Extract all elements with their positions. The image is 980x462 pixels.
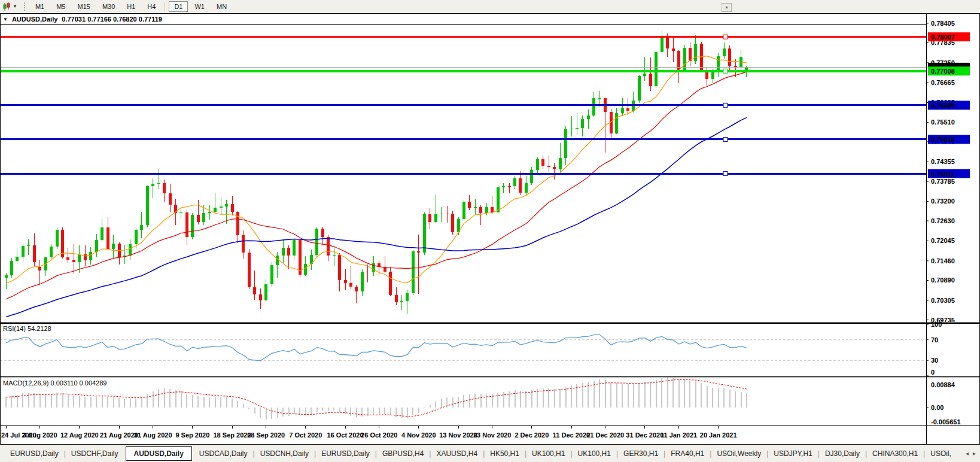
timeframe-button-h4[interactable]: H4 — [142, 1, 161, 12]
bear-candle — [242, 235, 245, 253]
scroll-up-button[interactable]: ▲ — [722, 3, 732, 12]
level-price-label-text: 0.74011 — [931, 171, 954, 178]
price-axis-tick: 0.73785 — [931, 178, 955, 185]
line-drag-handle[interactable] — [723, 137, 728, 141]
date-axis-label: 13 Nov 2020 — [439, 431, 477, 439]
bull-candle — [525, 183, 528, 193]
chart-type-button[interactable]: ▼ — [0, 1, 20, 13]
bull-candle — [474, 207, 477, 208]
chart-tab-usdcad-daily[interactable]: USDCAD,Daily — [194, 448, 253, 460]
bull-candle — [112, 244, 115, 250]
bull-candle — [462, 202, 465, 219]
bull-candle — [304, 264, 307, 275]
bull-candle — [282, 248, 285, 256]
bull-candle — [214, 208, 217, 211]
chart-tab-xauusd-h4[interactable]: XAUUSD,H4 — [431, 448, 483, 460]
date-axis-label: 26 Oct 2020 — [361, 431, 397, 439]
chart-tab-fra40-h1[interactable]: FRA40,H1 — [665, 448, 710, 460]
dropdown-caret-icon: ▼ — [13, 4, 17, 10]
bear-candle — [259, 294, 262, 300]
chart-tab-eurusd-daily[interactable]: EURUSD,Daily — [5, 448, 64, 460]
timeframe-button-m30[interactable]: M30 — [97, 1, 120, 12]
chart-tab-uk100-h1[interactable]: UK100,H1 — [573, 448, 616, 460]
timeframe-button-d1[interactable]: D1 — [169, 1, 188, 12]
bull-candle — [315, 229, 318, 255]
line-drag-handle[interactable] — [723, 172, 728, 176]
bear-candle — [72, 260, 75, 262]
tab-scroll-right-button[interactable]: ▸ — [972, 449, 977, 458]
bull-candle — [333, 255, 336, 256]
bear-candle — [236, 212, 239, 235]
date-axis-label: 21 Dec 2020 — [586, 431, 624, 439]
line-drag-handle[interactable] — [723, 103, 728, 107]
bear-candle — [468, 202, 471, 208]
chart-tab-hk50-h1[interactable]: HK50,H1 — [485, 448, 525, 460]
chart-background — [0, 13, 980, 445]
bear-candle — [677, 51, 680, 71]
tab-scroll-arrows: ◂ ▸ — [963, 449, 980, 458]
date-axis-label: 31 Dec 2020 — [626, 431, 664, 439]
macd-indicator-label: MACD(12,26,9) 0.003110 0.004289 — [3, 379, 106, 387]
chart-tab-dj30-daily[interactable]: DJ30,Daily — [820, 448, 865, 460]
bear-candle — [417, 251, 420, 253]
level-price-label-text: 0.76009 — [931, 102, 955, 109]
bull-candle — [225, 204, 228, 206]
date-axis-label: 16 Oct 2020 — [327, 431, 363, 439]
bull-candle — [621, 108, 624, 113]
bull-candle — [129, 244, 132, 256]
chart-tab-ger30-h1[interactable]: GER30,H1 — [618, 448, 664, 460]
bull-candle — [89, 252, 92, 260]
date-axis-label: 31 Aug 2020 — [134, 431, 172, 439]
chart-tab-uk100-h1[interactable]: UK100,H1 — [526, 448, 570, 460]
bull-candle — [598, 98, 601, 99]
line-drag-handle[interactable] — [723, 69, 728, 73]
bear-candle — [366, 272, 369, 272]
bull-candle — [661, 36, 664, 52]
chart-tab-gbpusd-h4[interactable]: GBPUSD,H4 — [377, 448, 429, 460]
bull-candle — [694, 44, 697, 61]
chart-tab-audusd-daily[interactable]: AUDUSD,Daily — [126, 446, 192, 461]
chart-tab-china300-h1[interactable]: CHINA300,H1 — [867, 448, 923, 460]
bull-candle — [564, 129, 567, 157]
bull-candle — [440, 214, 443, 214]
timeframe-button-w1[interactable]: W1 — [189, 1, 210, 12]
bull-candle — [220, 206, 223, 208]
timeframe-button-mn[interactable]: MN — [211, 1, 232, 12]
collapse-triangle-icon[interactable]: ▼ — [3, 17, 8, 22]
chart-tabs: EURUSD,Daily|USDCHF,DailyAUDUSD,DailyUSD… — [0, 446, 963, 461]
timeframe-button-m15[interactable]: M15 — [72, 1, 95, 12]
bear-candle — [169, 193, 172, 205]
bull-candle — [400, 301, 403, 302]
level-price-label-text: 0.75010 — [931, 136, 955, 143]
chart-tab-eurusd-daily[interactable]: EURUSD,Daily — [316, 448, 375, 460]
chart-canvas: 0.784050.778350.772500.766650.760850.755… — [0, 0, 980, 462]
toolbar-grip — [24, 2, 25, 11]
bear-candle — [33, 245, 36, 262]
chart-tab-usdjpy-h1[interactable]: USDJPY,H1 — [768, 448, 817, 460]
price-axis-tick: 0.72045 — [931, 237, 955, 244]
chart-tab-usoil[interactable]: USOil, — [925, 448, 957, 460]
bear-candle — [248, 253, 251, 288]
bull-candle — [655, 52, 658, 86]
tab-scroll-left-button[interactable]: ◂ — [964, 449, 970, 458]
chart-tab-usdcnh-daily[interactable]: USDCNH,Daily — [255, 448, 314, 460]
bear-candle — [349, 283, 352, 287]
chart-tab-usoil-weekly[interactable]: USOil,Weekly — [711, 448, 766, 460]
timeframe-button-h1[interactable]: H1 — [121, 1, 141, 12]
top-toolbar: ▼ M1M5M15M30H1H4D1W1MN ▲ — [0, 0, 980, 13]
chart-tab-usdchf-daily[interactable]: USDCHF,Daily — [66, 448, 124, 460]
line-drag-handle[interactable] — [723, 35, 728, 39]
price-axis-tick: 0.74355 — [931, 158, 955, 165]
bull-candle — [615, 113, 618, 133]
chart-title-bar: ▼ AUDUSD,Daily 0.77031 0.77166 0.76820 0… — [3, 16, 162, 23]
bull-candle — [412, 251, 415, 293]
candlestick-chart-icon — [2, 2, 11, 11]
bull-candle — [711, 71, 714, 79]
bull-candle — [27, 245, 30, 246]
bear-candle — [344, 280, 347, 283]
chart-ohlc-values: 0.77031 0.77166 0.76820 0.77119 — [62, 16, 162, 23]
timeframe-button-m1[interactable]: M1 — [30, 1, 50, 12]
bear-candle — [106, 227, 109, 250]
bear-candle — [519, 178, 522, 193]
timeframe-button-m5[interactable]: M5 — [51, 1, 71, 12]
